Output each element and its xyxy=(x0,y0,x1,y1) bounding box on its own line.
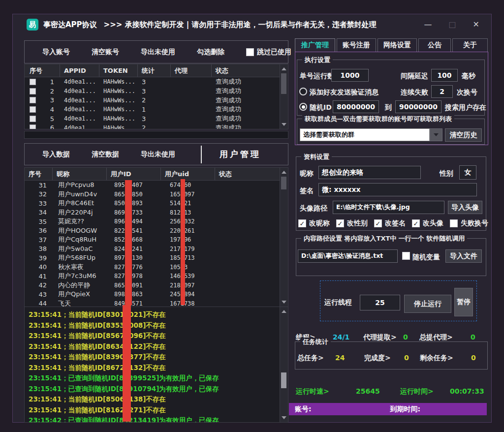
column-header[interactable]: 昵称 xyxy=(53,168,107,180)
table-row[interactable]: 34d0ea1...HAHwWs...2查询成功 xyxy=(25,95,280,105)
row-checkbox[interactable] xyxy=(30,97,36,103)
table-row[interactable]: 32用户uwnD4v865438501650097 xyxy=(25,190,280,199)
import-file-button[interactable]: 导入文件 xyxy=(445,249,482,263)
table-row[interactable]: 24d0ea1...HAHwWs...3查询成功 xyxy=(25,87,280,96)
tab-4[interactable]: 公告 xyxy=(418,38,451,52)
scroll-up-icon[interactable] xyxy=(280,168,287,176)
row-checkbox[interactable] xyxy=(30,106,36,113)
table-row[interactable]: 44d0ea1...HAHwWs...1查询成功 xyxy=(25,105,280,114)
toolbar-button[interactable]: 清空数据 xyxy=(92,150,119,159)
table-row[interactable]: 35莫妮克??896114942561032 xyxy=(25,217,280,226)
log-scrollbar[interactable] xyxy=(280,307,288,422)
add-friend-label[interactable]: 添加好友发送验证消息 xyxy=(310,88,378,97)
scroll-up-icon[interactable] xyxy=(280,65,287,73)
random-id-label[interactable]: 随机ID xyxy=(310,103,332,112)
table-row[interactable]: 36用户HOOGW822305412201261 xyxy=(25,226,280,236)
table-row[interactable]: 34用户220P4j86986733812113 xyxy=(25,208,280,217)
table-row[interactable]: 33用户8C46Et85059893514121 xyxy=(25,199,280,208)
user-manage-button[interactable]: 用户管理 xyxy=(220,149,261,160)
column-header[interactable]: 用户ID xyxy=(107,168,161,180)
column-header[interactable]: 序号 xyxy=(25,168,53,180)
table-row[interactable]: 42内心的平静865760912181097 xyxy=(25,281,280,290)
column-header[interactable]: 统计 xyxy=(138,64,171,77)
table-row[interactable]: 38用户5w0aC824352412171179 xyxy=(25,245,280,254)
table-row[interactable]: 64d0ea1...HAHwWs...2查询成功 xyxy=(25,123,280,129)
table-row[interactable]: 37用户Cq8RuH85261668197196 xyxy=(25,235,280,245)
content-path-input[interactable]: D:\桌面\事密达\验证消息.txt xyxy=(298,249,398,263)
pause-button[interactable]: 暂停 xyxy=(454,288,473,316)
maximize-icon[interactable]: □ xyxy=(448,21,456,29)
fail-count-input[interactable]: 2 xyxy=(431,85,453,98)
column-header[interactable]: 状态 xyxy=(215,168,281,180)
run-count-input[interactable]: 1000 xyxy=(331,69,369,82)
row-checkbox[interactable] xyxy=(30,124,36,129)
table-row[interactable]: 14d0ea1...HAHwWs...3查询成功 xyxy=(25,77,280,87)
scroll-down-icon[interactable] xyxy=(280,298,287,306)
toolbar-button[interactable]: 勾选删除 xyxy=(197,48,224,57)
scroll-thumb[interactable] xyxy=(281,73,286,94)
profile-checkbox-item[interactable]: ✓改昵称 xyxy=(298,219,330,228)
checkbox-icon[interactable]: ✓ xyxy=(298,219,306,227)
random-var-checkbox[interactable] xyxy=(402,252,410,260)
import-avatar-button[interactable]: 导入头像 xyxy=(448,201,482,214)
tab-5[interactable]: 关于 xyxy=(452,38,488,52)
column-header[interactable]: 用户uid xyxy=(161,168,215,180)
checkbox-icon[interactable] xyxy=(450,219,458,227)
sign-input[interactable]: 微: xxxxxx xyxy=(318,183,477,196)
toolbar-button[interactable]: 清空账号 xyxy=(92,48,119,57)
profile-checkbox-item[interactable]: ✓改签名 xyxy=(374,219,406,228)
profile-checkbox-item[interactable]: ✓改性别 xyxy=(336,219,368,228)
minimize-icon[interactable]: — xyxy=(424,21,432,29)
column-header[interactable]: 状态 xyxy=(212,64,281,77)
tab-1[interactable]: 推广管理 xyxy=(295,38,335,52)
close-icon[interactable]: ✕ xyxy=(473,21,479,29)
row-checkbox[interactable] xyxy=(30,79,36,85)
skip-used-checkbox-group[interactable]: 跳过已使用 xyxy=(246,48,291,57)
table-row[interactable]: 43用户QpieX898308632451894 xyxy=(25,290,280,299)
interval-input[interactable]: 100 xyxy=(431,69,458,82)
scroll-thumb[interactable] xyxy=(281,372,286,388)
group-select-value[interactable]: 选择需要获取的群 xyxy=(300,128,430,141)
user-table-scrollbar[interactable] xyxy=(280,168,288,307)
column-header[interactable]: APPID xyxy=(60,64,99,77)
tab-2[interactable]: 账号注册 xyxy=(337,38,376,52)
tab-3[interactable]: 网络设置 xyxy=(378,38,417,52)
gender-input[interactable]: 女 xyxy=(459,165,476,180)
random-to-input[interactable]: 90000000 xyxy=(395,100,441,113)
account-table-scrollbar[interactable] xyxy=(280,64,288,129)
thread-count-input[interactable]: 25 xyxy=(360,295,400,310)
scroll-down-icon[interactable] xyxy=(280,414,287,422)
table-row[interactable]: 40秋水寒夜8275377610513 xyxy=(25,263,280,272)
table-row[interactable]: 54d0ea1...HAHwWs...3查询成功 xyxy=(25,114,280,123)
column-header[interactable]: 代理 xyxy=(171,64,212,77)
checkbox-icon[interactable]: ✓ xyxy=(336,219,344,227)
scroll-up-icon[interactable] xyxy=(280,308,287,315)
column-header[interactable]: TOKEN xyxy=(99,64,138,77)
row-checkbox[interactable] xyxy=(30,116,36,122)
dropdown-arrow-icon[interactable] xyxy=(430,128,442,141)
group-select-combobox[interactable]: 选择需要获取的群 xyxy=(300,128,442,141)
toolbar-button[interactable]: 导入账号 xyxy=(42,48,70,57)
nick-input[interactable]: 想创业的来咯 xyxy=(318,166,421,179)
toolbar-button[interactable]: 导出未使用 xyxy=(141,150,175,159)
random-id-radio[interactable] xyxy=(299,103,307,111)
column-header[interactable]: 序号 xyxy=(25,64,60,77)
random-from-input[interactable]: 80000000 xyxy=(333,100,379,113)
row-checkbox[interactable] xyxy=(30,88,36,94)
toolbar-button[interactable]: 导出未使用 xyxy=(141,48,175,57)
table-row[interactable]: 39用户568FUp897101301851713 xyxy=(25,253,280,263)
toolbar-button[interactable]: 导入数据 xyxy=(42,150,70,159)
table-row[interactable]: 44飞天849185711671738 xyxy=(25,299,280,308)
scroll-down-icon[interactable] xyxy=(280,121,287,128)
skip-used-checkbox[interactable] xyxy=(246,48,254,56)
table-row[interactable]: 31用户Pcpvu889530407674160 xyxy=(25,181,280,190)
table-row[interactable]: 41用户7c3uM6827729781461539 xyxy=(25,272,280,281)
profile-checkbox-item[interactable]: 失败换号 xyxy=(450,219,488,228)
profile-checkbox-item[interactable]: ✓改头像 xyxy=(412,219,443,228)
stop-run-button[interactable]: 停止运行 xyxy=(404,295,451,313)
add-friend-radio[interactable] xyxy=(299,88,307,95)
avatar-path-input[interactable]: E:\临时文件下载\头像.jpg xyxy=(333,201,444,214)
checkbox-icon[interactable]: ✓ xyxy=(374,219,382,227)
checkbox-icon[interactable]: ✓ xyxy=(412,219,420,227)
scroll-thumb[interactable] xyxy=(281,177,286,189)
